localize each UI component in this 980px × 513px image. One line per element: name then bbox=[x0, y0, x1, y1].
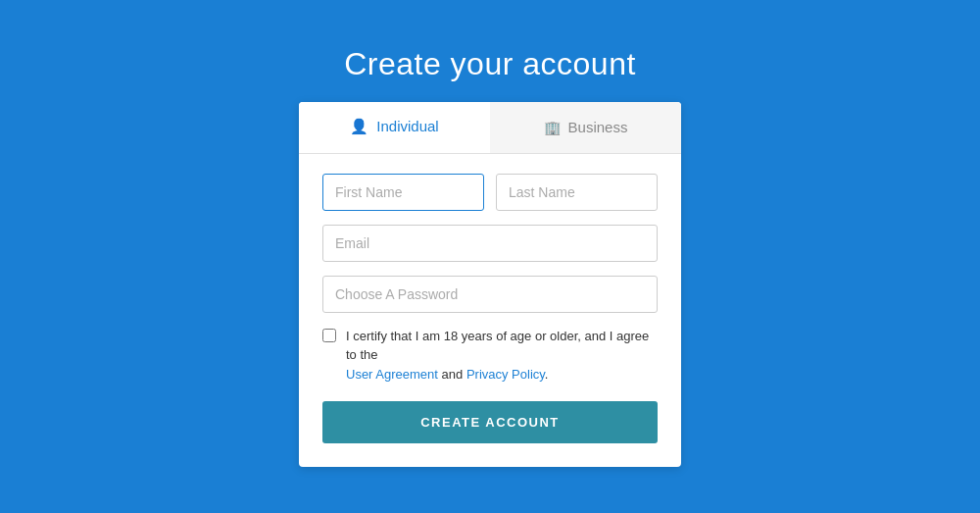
tab-business-label: Business bbox=[568, 119, 628, 135]
create-account-button[interactable]: CREATE ACCOUNT bbox=[322, 401, 658, 443]
first-name-input[interactable] bbox=[322, 174, 484, 211]
person-icon bbox=[350, 118, 368, 135]
tab-individual[interactable]: Individual bbox=[299, 102, 490, 153]
terms-text: I certify that I am 18 years of age or o… bbox=[346, 327, 658, 385]
form-body: I certify that I am 18 years of age or o… bbox=[299, 154, 681, 468]
terms-checkbox[interactable] bbox=[322, 329, 336, 342]
terms-row: I certify that I am 18 years of age or o… bbox=[322, 327, 658, 385]
tab-business[interactable]: Business bbox=[490, 102, 681, 153]
business-icon bbox=[544, 119, 561, 136]
email-input[interactable] bbox=[322, 225, 658, 262]
tab-individual-label: Individual bbox=[376, 118, 438, 134]
password-group bbox=[322, 276, 658, 313]
password-input[interactable] bbox=[322, 276, 658, 313]
user-agreement-link[interactable]: User Agreement bbox=[346, 367, 438, 382]
signup-card: Individual Business I certify that I am … bbox=[299, 102, 681, 468]
page-title: Create your account bbox=[344, 46, 636, 82]
name-row bbox=[322, 174, 658, 211]
email-group bbox=[322, 225, 658, 262]
account-type-tabs: Individual Business bbox=[299, 102, 681, 154]
privacy-policy-link[interactable]: Privacy Policy bbox=[466, 367, 545, 382]
last-name-input[interactable] bbox=[496, 174, 658, 211]
